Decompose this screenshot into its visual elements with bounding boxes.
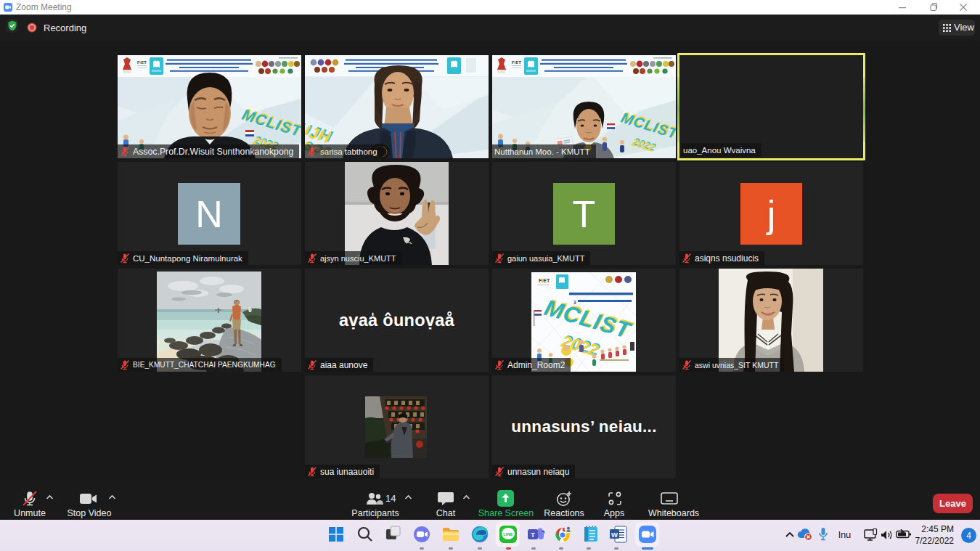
- svg-text:FiET: FiET: [512, 60, 521, 65]
- svg-text:W: W: [611, 531, 618, 539]
- svg-text:FiET: FiET: [539, 278, 550, 283]
- svg-text:T: T: [531, 531, 535, 539]
- svg-text:LINE: LINE: [503, 532, 513, 536]
- svg-text:FiET: FiET: [137, 60, 147, 65]
